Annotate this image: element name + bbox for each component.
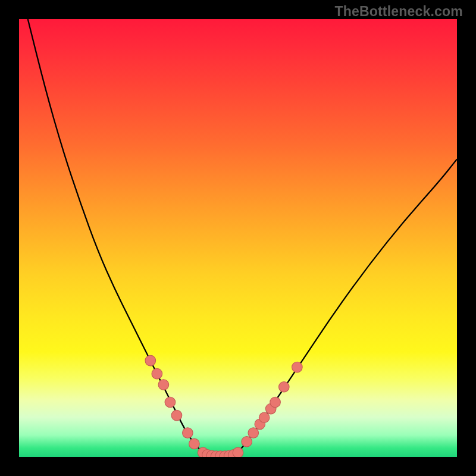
watermark-text: TheBottleneck.com	[334, 4, 463, 20]
marker-dot	[259, 412, 270, 423]
marker-dot	[248, 428, 259, 439]
chart-frame: TheBottleneck.com	[0, 0, 476, 476]
curve-svg	[19, 19, 457, 457]
marker-dot	[292, 362, 303, 372]
marker-dot	[233, 447, 243, 457]
marker-dot	[171, 410, 182, 421]
marker-dot	[152, 368, 162, 379]
marker-dot	[189, 439, 200, 449]
marker-dot	[145, 355, 156, 366]
marker-dot	[242, 436, 252, 447]
marker-dot	[165, 397, 176, 408]
plot-area	[19, 19, 457, 457]
marker-dot	[278, 381, 289, 392]
marker-dot	[270, 397, 281, 408]
curve-left	[28, 19, 203, 453]
marker-dot	[158, 380, 169, 390]
marker-group	[145, 355, 302, 457]
marker-dot	[183, 428, 193, 439]
